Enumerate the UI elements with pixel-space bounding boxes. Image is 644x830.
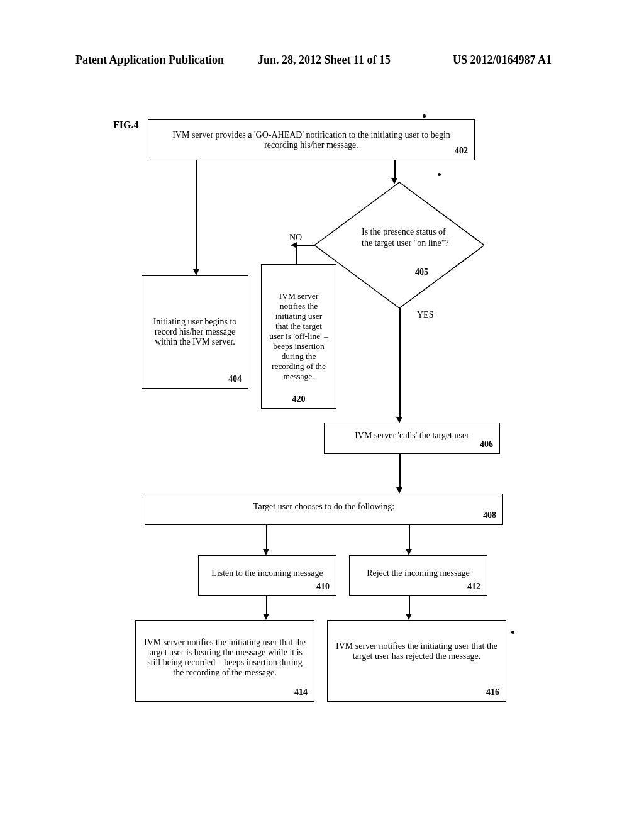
box-410: Listen to the incoming message 410 xyxy=(198,555,336,596)
arrow-408-412 xyxy=(409,525,410,550)
arrow-412-416 xyxy=(409,596,410,615)
box-402: IVM server provides a 'GO-AHEAD' notific… xyxy=(148,119,475,160)
arrow-405-no-v xyxy=(296,245,297,264)
arrow-402-405 xyxy=(394,160,396,179)
box-410-text: Listen to the incoming message xyxy=(205,568,330,578)
box-404-text: Initiating user begins to record his/her… xyxy=(148,317,242,347)
arrow-408-410-head xyxy=(263,549,269,555)
box-420: IVM server notifies the initiating user … xyxy=(261,264,336,409)
box-408: Target user chooses to do the following:… xyxy=(145,494,503,525)
box-406-num: 406 xyxy=(480,440,493,450)
arrow-408-412-head xyxy=(406,549,412,555)
box-420-text: IVM server notifies the initiating user … xyxy=(268,291,330,382)
arrow-406-408-head xyxy=(396,487,402,494)
arrow-410-414-head xyxy=(263,614,269,620)
arrow-402-404 xyxy=(196,160,197,270)
figure-label: FIG.4 xyxy=(113,119,138,131)
arrow-405-no-h xyxy=(296,245,314,246)
box-416-num: 416 xyxy=(486,687,499,697)
box-410-num: 410 xyxy=(316,582,330,592)
arrow-408-410 xyxy=(266,525,267,550)
dot-icon-2 xyxy=(438,173,441,176)
arrow-406-408 xyxy=(399,454,401,489)
box-416-text: IVM server notifies the initiating user … xyxy=(334,641,499,661)
box-412-num: 412 xyxy=(467,582,480,592)
header-right: US 2012/0164987 A1 xyxy=(453,53,552,67)
decision-405: Is the presence status of the target use… xyxy=(314,182,484,308)
box-412: Reject the incoming message 412 xyxy=(349,555,487,596)
box-402-num: 402 xyxy=(455,146,468,156)
header-center: Jun. 28, 2012 Sheet 11 of 15 xyxy=(258,53,391,67)
dot-icon-3 xyxy=(511,631,514,634)
box-408-num: 408 xyxy=(483,511,496,521)
box-416: IVM server notifies the initiating user … xyxy=(327,620,506,702)
box-414-text: IVM server notifies the initiating user … xyxy=(142,638,308,678)
box-404-num: 404 xyxy=(228,374,242,384)
box-412-text: Reject the incoming message xyxy=(356,568,480,578)
arrow-410-414 xyxy=(266,596,267,615)
box-406-text: IVM server 'calls' the target user xyxy=(331,431,493,441)
header-left: Patent Application Publication xyxy=(75,53,224,67)
arrow-412-416-head xyxy=(406,614,412,620)
box-414: IVM server notifies the initiating user … xyxy=(135,620,314,702)
box-402-text: IVM server provides a 'GO-AHEAD' notific… xyxy=(155,130,468,150)
arrow-402-404-head xyxy=(193,269,199,275)
decision-405-num: 405 xyxy=(415,267,428,277)
box-420-num: 420 xyxy=(262,394,336,404)
box-414-num: 414 xyxy=(294,687,308,697)
arrow-405-yes xyxy=(399,308,401,418)
box-408-text: Target user chooses to do the following: xyxy=(152,502,496,512)
box-404: Initiating user begins to record his/her… xyxy=(142,275,248,389)
label-yes: YES xyxy=(417,310,433,320)
label-no: NO xyxy=(289,233,302,243)
dot-icon xyxy=(423,114,426,118)
box-406: IVM server 'calls' the target user 406 xyxy=(324,423,500,454)
decision-405-text: Is the presence status of the target use… xyxy=(362,226,450,249)
